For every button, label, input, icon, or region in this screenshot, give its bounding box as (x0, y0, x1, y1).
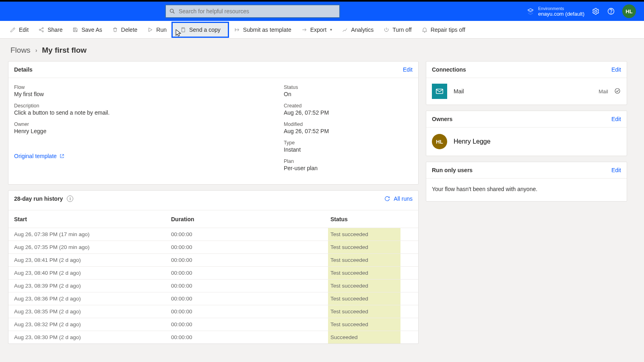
col-status[interactable]: Status (328, 216, 400, 222)
help-button[interactable] (607, 7, 615, 15)
trash-icon (112, 27, 118, 33)
run-only-edit-link[interactable]: Edit (611, 167, 621, 173)
cell-duration: 00:00:00 (171, 321, 328, 327)
table-row[interactable]: Aug 23, 08:41 PM (2 d ago)00:00:00Test s… (8, 253, 418, 266)
open-in-new-icon (59, 153, 65, 159)
delete-button[interactable]: Delete (107, 23, 142, 36)
owner-name: Henry Legge (454, 138, 491, 145)
turn-off-button[interactable]: Turn off (378, 23, 416, 36)
cell-duration: 00:00:00 (171, 334, 328, 340)
col-start[interactable]: Start (14, 216, 171, 222)
plan-value: Per-user plan (284, 165, 413, 171)
all-runs-link[interactable]: All runs (384, 195, 413, 202)
user-avatar[interactable]: HL (622, 4, 636, 18)
run-only-title: Run only users (432, 167, 473, 173)
run-only-users-card: Run only users Edit Your flow hasn't bee… (426, 162, 627, 202)
svg-point-10 (615, 88, 620, 93)
cmd-label: Repair tips off (431, 27, 465, 33)
send-copy-button[interactable]: Send a copy (171, 22, 229, 38)
edit-button[interactable]: Edit (5, 23, 33, 36)
search-box[interactable] (165, 4, 340, 18)
save-as-button[interactable]: Save As (67, 23, 107, 36)
cmd-label: Run (156, 27, 167, 33)
description-value: Click a button to send a note by email. (14, 109, 260, 116)
search-input[interactable] (179, 8, 336, 14)
cmd-label: Share (47, 27, 62, 33)
details-title: Details (14, 66, 33, 73)
connection-item[interactable]: Mail Mail (426, 78, 627, 105)
connections-edit-link[interactable]: Edit (611, 66, 621, 73)
cell-start: Aug 23, 08:36 PM (2 d ago) (14, 296, 171, 302)
cell-status: Test succeeded (328, 228, 400, 241)
flow-value: My first flow (14, 91, 260, 97)
owners-card: Owners Edit HL Henry Legge (426, 111, 627, 156)
original-template-link[interactable]: Original template (14, 153, 65, 159)
cell-status: Test succeeded (328, 241, 400, 253)
analytics-button[interactable]: Analytics (337, 23, 378, 36)
cell-duration: 00:00:00 (171, 309, 328, 315)
envelope-icon (435, 87, 444, 96)
cell-start: Aug 26, 07:35 PM (20 min ago) (14, 244, 171, 250)
environment-name: enayu.com (default) (538, 11, 584, 17)
owner-item[interactable]: HL Henry Legge (426, 128, 627, 156)
submit-template-button[interactable]: Submit as template (229, 23, 296, 36)
breadcrumb-root[interactable]: Flows (10, 46, 31, 55)
connection-type: Mail (599, 88, 608, 95)
settings-button[interactable] (592, 7, 600, 15)
cell-status: Succeeded (328, 331, 400, 343)
table-row[interactable]: Aug 26, 07:38 PM (17 min ago)00:00:00Tes… (8, 228, 418, 241)
table-row[interactable]: Aug 23, 08:32 PM (2 d ago)00:00:00Test s… (8, 318, 418, 331)
modified-value: Aug 26, 07:52 PM (284, 128, 413, 134)
connections-card: Connections Edit Mail Mail (426, 61, 627, 105)
cell-start: Aug 23, 08:30 PM (2 d ago) (14, 334, 171, 340)
svg-point-6 (42, 27, 43, 29)
svg-point-2 (595, 10, 597, 12)
table-row[interactable]: Aug 26, 07:35 PM (20 min ago)00:00:00Tes… (8, 241, 418, 253)
cell-start: Aug 23, 08:41 PM (2 d ago) (14, 257, 171, 263)
table-row[interactable]: Aug 23, 08:40 PM (2 d ago)00:00:00Test s… (8, 266, 418, 279)
cmd-label: Analytics (351, 27, 374, 33)
table-row[interactable]: Aug 23, 08:36 PM (2 d ago)00:00:00Test s… (8, 292, 418, 305)
table-row[interactable]: Aug 23, 08:35 PM (2 d ago)00:00:00Test s… (8, 305, 418, 318)
cmd-label: Edit (19, 27, 29, 33)
run-history-title: 28-day run history (14, 195, 63, 202)
svg-point-5 (39, 29, 40, 30)
cmd-label: Submit as template (243, 27, 291, 33)
svg-point-4 (611, 13, 611, 13)
chart-icon (342, 27, 348, 33)
details-card: Details Edit FlowMy first flow Descripti… (8, 61, 419, 185)
gear-icon (592, 7, 600, 15)
details-edit-link[interactable]: Edit (403, 66, 413, 73)
share-icon (38, 27, 45, 33)
environment-icon (527, 8, 534, 15)
svg-point-7 (42, 31, 43, 32)
share-button[interactable]: Share (33, 23, 67, 36)
table-row[interactable]: Aug 23, 08:30 PM (2 d ago)00:00:00Succee… (8, 331, 418, 343)
repair-tips-off-button[interactable]: Repair tips off (417, 23, 470, 36)
svg-point-0 (170, 9, 173, 12)
cell-status: Test succeeded (328, 305, 400, 318)
cmd-label: Export (310, 27, 326, 33)
run-button[interactable]: Run (142, 23, 171, 36)
run-history-card: 28-day run history i All runs Start Dura… (8, 190, 419, 344)
info-icon[interactable]: i (67, 195, 73, 202)
cell-duration: 00:00:00 (171, 283, 328, 289)
connections-title: Connections (432, 66, 466, 73)
cell-start: Aug 23, 08:40 PM (2 d ago) (14, 270, 171, 276)
cmd-label: Delete (121, 27, 137, 33)
environment-picker[interactable]: Environments enayu.com (default) (527, 6, 584, 17)
svg-rect-9 (436, 89, 443, 94)
status-label: Status (284, 84, 413, 90)
type-value: Instant (284, 146, 413, 153)
cell-duration: 00:00:00 (171, 257, 328, 263)
pencil-icon (10, 27, 16, 33)
owners-edit-link[interactable]: Edit (611, 116, 621, 122)
export-button[interactable]: Export▾ (296, 23, 337, 36)
description-label: Description (14, 103, 260, 109)
cell-duration: 00:00:00 (171, 270, 328, 276)
cell-duration: 00:00:00 (171, 231, 328, 237)
table-row[interactable]: Aug 23, 08:39 PM (2 d ago)00:00:00Test s… (8, 279, 418, 292)
col-duration[interactable]: Duration (171, 216, 328, 222)
cmd-label: Turn off (392, 27, 411, 33)
owner-avatar: HL (432, 134, 447, 149)
